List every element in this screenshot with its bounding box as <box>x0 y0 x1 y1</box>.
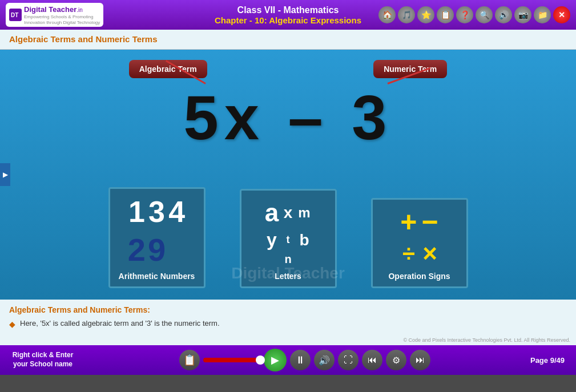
logo-dot: .in <box>76 7 83 13</box>
letter-x: x <box>284 204 293 222</box>
page-total: 49 <box>557 356 565 365</box>
header-controls: 🏠 🎵 ⭐ 📋 ❓ 🔍 🔊 📷 📁 ✕ <box>378 6 570 23</box>
arith-9: 9 <box>148 231 166 268</box>
op-minus: − <box>422 208 438 236</box>
ctrl-btn-5[interactable]: ❓ <box>456 6 473 23</box>
arith-3: 3 <box>148 195 165 229</box>
letters-label: Letters <box>247 272 329 281</box>
operations-card: + − ÷ × Operation Signs <box>371 198 468 288</box>
progress-track[interactable] <box>203 358 260 362</box>
cards-row: 1 3 4 2 9 Arithmetic Numbers a x m y t <box>0 187 576 288</box>
close-button[interactable]: ✕ <box>553 6 570 23</box>
ctrl-btn-6[interactable]: 🔍 <box>476 6 493 23</box>
settings-button[interactable]: ⚙ <box>386 350 406 370</box>
header: DT Digital Teacher.in Empowering Schools… <box>0 0 576 30</box>
progress-container <box>203 358 260 362</box>
ctrl-btn-1[interactable]: 🏠 <box>378 6 396 23</box>
ctrl-btn-3[interactable]: ⭐ <box>417 6 434 23</box>
fullscreen-button[interactable]: ⛶ <box>338 350 359 370</box>
op-plus: + <box>400 208 417 236</box>
main-content: ▶ Algebraic Term Numeric Term 5x – 3 1 3… <box>0 50 576 300</box>
section-title: Algebraic Terms and Numeric Terms <box>9 34 158 44</box>
expression-full: 5x – 3 <box>184 82 393 152</box>
footer-controls: 📋 ▶ ⏸ 🔊 ⛶ ⏮ ⚙ ⏭ <box>86 349 525 371</box>
op-divide: ÷ <box>402 242 415 265</box>
section-title-bar: Algebraic Terms and Numeric Terms <box>0 30 576 50</box>
letter-y: y <box>267 229 277 250</box>
info-diamond-icon: ◆ <box>9 320 15 329</box>
letter-m: m <box>298 205 310 221</box>
arith-1: 1 <box>128 195 145 229</box>
copyright-text: © Code and Pixels Interactive Technologi… <box>403 337 570 343</box>
ctrl-btn-9[interactable]: 📁 <box>534 6 551 23</box>
footer-bar: Right click & Enter your School name 📋 ▶… <box>0 345 576 375</box>
page-current: 9 <box>550 356 554 365</box>
main-expression: 5x – 3 <box>0 81 576 153</box>
info-text: Here, '5x' is called algebraic term and … <box>20 319 220 328</box>
arithmetic-card: 1 3 4 2 9 Arithmetic Numbers <box>108 187 206 288</box>
ctrl-btn-8[interactable]: 📷 <box>514 6 531 23</box>
volume-button[interactable]: 🔊 <box>314 350 335 370</box>
arith-4: 4 <box>168 195 185 229</box>
page-indicator: Page 9/49 <box>530 356 565 365</box>
info-item: ◆ Here, '5x' is called algebraic term an… <box>9 319 567 329</box>
chapter-title: Chapter - 10: Algebraic Expressions <box>215 15 361 25</box>
ctrl-btn-2[interactable]: 🎵 <box>398 6 415 23</box>
operations-label: Operation Signs <box>378 272 461 281</box>
arithmetic-label: Arithmetic Numbers <box>116 272 198 281</box>
school-name-label: Right click & Enter your School name <box>6 351 80 369</box>
letter-n: n <box>284 253 291 266</box>
play-button[interactable]: ▶ <box>264 349 287 371</box>
ctrl-btn-7[interactable]: 🔊 <box>495 6 512 23</box>
op-multiply: × <box>422 241 437 266</box>
logo-text: Digital Teacher <box>24 5 76 14</box>
page-label: Page <box>530 356 548 365</box>
side-nav-left[interactable]: ▶ <box>0 163 10 186</box>
logo-icon: DT <box>9 9 22 21</box>
logo: DT Digital Teacher.in Empowering Schools… <box>6 3 103 26</box>
logo-subtitle: Empowering Schools & PromotingInnovation… <box>24 14 100 25</box>
next-button[interactable]: ⏭ <box>410 350 430 370</box>
letters-card: a x m y t b n Letters <box>240 189 337 288</box>
letter-b: b <box>299 231 309 249</box>
svg-text:DT: DT <box>11 12 18 18</box>
info-section: Algebraic Terms and Numeric Terms: ◆ Her… <box>0 300 576 345</box>
header-title: Class VII - Mathematics Chapter - 10: Al… <box>215 5 361 25</box>
info-title: Algebraic Terms and Numeric Terms: <box>9 305 567 314</box>
class-title: Class VII - Mathematics <box>215 5 361 15</box>
pause-button[interactable]: ⏸ <box>290 350 311 370</box>
letter-a: a <box>265 199 279 227</box>
ctrl-btn-4[interactable]: 📋 <box>437 6 454 23</box>
letter-t: t <box>286 234 289 246</box>
prev-button[interactable]: ⏮ <box>362 350 382 370</box>
footer-btn-tools[interactable]: 📋 <box>179 350 200 370</box>
arith-2: 2 <box>128 231 146 268</box>
